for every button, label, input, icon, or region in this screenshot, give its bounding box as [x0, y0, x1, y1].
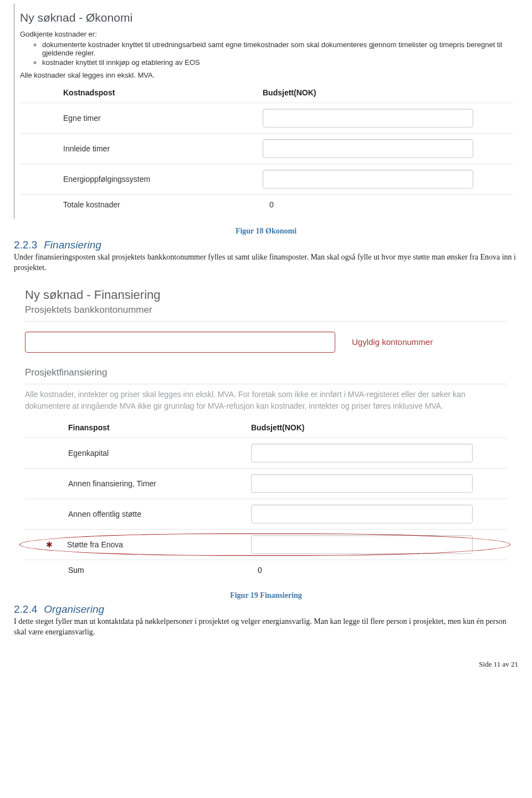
divider	[25, 321, 507, 322]
konto-error: Ugyldig kontonummer	[352, 337, 433, 347]
bullet-0: dokumenterte kostnader knyttet til utred…	[42, 40, 513, 57]
cost-label-1: Innleide timer	[24, 144, 241, 153]
okonomi-bullets: dokumenterte kostnader knyttet til utred…	[42, 40, 513, 67]
fp-input-enova[interactable]	[251, 535, 473, 554]
required-star-icon: ✱	[46, 540, 53, 549]
fp-input-2[interactable]	[251, 505, 473, 523]
fp-row-1: Annen finansiering, Timer	[25, 468, 507, 499]
fp-head-label: Finanspost	[29, 423, 251, 432]
cost-label-0: Egne timer	[24, 114, 241, 123]
head-budsjett: Budsjett(NOK)	[241, 88, 508, 97]
mva-note: Alle kostnader skal legges inn ekskl. MV…	[20, 71, 513, 79]
finanspost-table: Finanspost Budsjett(NOK) Egenkapital Ann…	[25, 418, 507, 580]
paragraph-2-2-3: Under finansieringsposten skal prosjekte…	[14, 252, 518, 273]
cost-row-0: Egne timer	[20, 103, 513, 133]
fp-row-sum: Sum 0	[25, 560, 507, 580]
heading-2-2-4-title: Organisering	[44, 603, 104, 615]
okonomi-title: Ny søknad - Økonomi	[20, 11, 513, 24]
fp-sum-value: 0	[251, 566, 262, 575]
okonomi-intro: Godkjente kostnader er:	[20, 30, 513, 38]
heading-2-2-4-num: 2.2.4	[14, 603, 37, 615]
caption-figur-19: Figur 19 Finansiering	[14, 591, 518, 600]
divider	[25, 384, 507, 384]
fin-title: Ny søknad - Finansiering	[25, 288, 507, 302]
cost-table: Kostnadspost Budsjett(NOK) Egne timer In…	[20, 83, 513, 215]
konto-input[interactable]	[25, 332, 335, 353]
fp-head-value: Budsjett(NOK)	[251, 423, 304, 432]
heading-2-2-3: 2.2.3Finansiering	[14, 239, 518, 251]
heading-2-2-3-title: Finansiering	[44, 239, 101, 251]
fp-head: Finanspost Budsjett(NOK)	[25, 418, 507, 438]
cost-input-2[interactable]	[263, 170, 473, 189]
page: Ny søknad - Økonomi Godkjente kostnader …	[0, 3, 532, 691]
cost-input-1[interactable]	[263, 139, 473, 158]
fp-row-0: Egenkapital	[25, 438, 507, 468]
cost-row-2: Energioppfølgingssystem	[20, 164, 513, 194]
caption-figur-18: Figur 18 Økonomi	[14, 227, 518, 236]
cost-row-total: Totale kostnader 0	[20, 194, 513, 215]
fin-help-text: Alle kostnader, inntekter og priser skal…	[25, 389, 507, 412]
fin-sub-prosjektfin: Prosjektfinansiering	[25, 367, 507, 378]
paragraph-2-2-4: I dette steget fyller man ut kontaktdata…	[14, 617, 518, 638]
screenshot-finansiering: Ny søknad - Finansiering Prosjektets ban…	[14, 279, 518, 583]
cost-total-value: 0	[241, 200, 508, 209]
fp-label-0: Egenkapital	[29, 449, 251, 458]
screenshot-okonomi: Ny søknad - Økonomi Godkjente kostnader …	[14, 3, 518, 219]
cost-input-0[interactable]	[263, 109, 473, 128]
cost-label-2: Energioppfølgingssystem	[24, 175, 241, 184]
page-footer: Side 11 av 21	[14, 660, 518, 669]
fp-label-enova: ✱Støtte fra Enova	[29, 540, 251, 549]
konto-row: Ugyldig kontonummer	[25, 332, 507, 353]
heading-2-2-3-num: 2.2.3	[14, 239, 37, 251]
fp-label-enova-text: Støtte fra Enova	[67, 540, 123, 549]
fp-sum-label: Sum	[29, 566, 251, 575]
bullet-1: kostnader knyttet til innkjøp og etabler…	[42, 58, 513, 67]
head-kostnadspost: Kostnadspost	[24, 88, 241, 97]
fp-row-2: Annen offentlig støtte	[25, 499, 507, 529]
heading-2-2-4: 2.2.4Organisering	[14, 603, 518, 616]
cost-total-label: Totale kostnader	[24, 200, 241, 209]
fp-input-1[interactable]	[251, 474, 473, 493]
cost-table-head: Kostnadspost Budsjett(NOK)	[20, 83, 513, 103]
fin-sub-konto: Prosjektets bankkontonummer	[25, 304, 507, 316]
fp-input-0[interactable]	[251, 444, 473, 462]
fp-row-enova: ✱Støtte fra Enova	[25, 529, 507, 560]
fp-label-2: Annen offentlig støtte	[29, 510, 251, 519]
cost-row-1: Innleide timer	[20, 133, 513, 164]
fp-label-1: Annen finansiering, Timer	[29, 479, 251, 488]
